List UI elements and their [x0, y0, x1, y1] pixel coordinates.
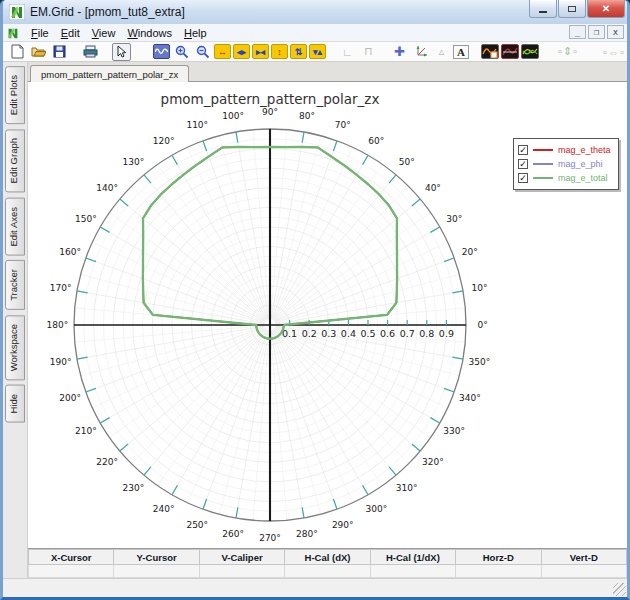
readout-col-y-cursor: Y-Cursor	[114, 550, 199, 565]
plot-select-button[interactable]	[153, 44, 170, 59]
svg-text:190°: 190°	[50, 357, 72, 367]
readout-cell	[199, 565, 284, 578]
fit-vertical-button[interactable]: ▫⇕▫	[551, 43, 585, 61]
corner-tool-button[interactable]: ∟	[338, 43, 357, 61]
sidebar-tab-edit-axes[interactable]: Edit Axes	[5, 198, 25, 256]
text-annotation-button[interactable]: A	[453, 45, 469, 59]
resize-grip[interactable]	[613, 583, 626, 596]
svg-text:70°: 70°	[335, 120, 351, 130]
pointer-tool-button[interactable]	[112, 43, 131, 61]
svg-text:330°: 330°	[443, 426, 465, 436]
arrows-horizontal-out-button[interactable]: ◂▸	[233, 44, 250, 59]
legend-swatch	[533, 177, 553, 179]
legend-checkbox-mag_e_total[interactable]: ✓	[518, 173, 528, 183]
v-out-icon: ⇅	[295, 47, 303, 57]
multi-wave-icon	[522, 45, 538, 58]
expand-horizontal-button[interactable]: ↔	[214, 44, 231, 59]
svg-text:50°: 50°	[399, 157, 415, 167]
axes-tool-button[interactable]	[411, 43, 430, 61]
readout-cell	[370, 565, 455, 578]
sidebar-tab-edit-graph[interactable]: Edit Graph	[5, 129, 25, 192]
open-button[interactable]	[29, 43, 48, 61]
save-button[interactable]	[50, 43, 69, 61]
mdi-minimize-button[interactable]: _	[569, 25, 586, 39]
add-marker-button[interactable]: ✚	[390, 43, 409, 61]
plot-region: 0.10.20.30.40.50.60.70.80.90°10°20°30°40…	[28, 82, 627, 548]
box-icon: ⊓	[364, 45, 373, 58]
letter-a-icon: A	[457, 46, 465, 58]
svg-text:0.5: 0.5	[360, 328, 375, 339]
new-document-button[interactable]	[8, 43, 27, 61]
legend-label: mag_e_theta	[558, 145, 611, 155]
readout-table: X-CursorY-CursorV-CaliperH-Cal (dX)H-Cal…	[28, 549, 627, 578]
plot-thumbnail-red-button[interactable]	[501, 44, 519, 59]
arrows-vertical-out-button[interactable]: ⇅	[290, 44, 307, 59]
legend-item-mag_e_theta: ✓mag_e_theta	[518, 143, 614, 157]
menu-file[interactable]: File	[25, 26, 55, 40]
svg-text:0.9: 0.9	[439, 328, 454, 339]
zoom-out-button[interactable]	[193, 43, 212, 61]
print-button[interactable]	[81, 43, 100, 61]
legend-checkbox-mag_e_phi[interactable]: ✓	[518, 159, 528, 169]
svg-text:260°: 260°	[222, 529, 244, 539]
mdi-close-button[interactable]: x	[607, 25, 624, 39]
expand-vertical-button[interactable]: ↕	[271, 44, 288, 59]
arrows-horizontal-in-button[interactable]: ▸◂	[252, 44, 269, 59]
legend-checkbox-mag_e_theta[interactable]: ✓	[518, 145, 528, 155]
svg-text:180°: 180°	[46, 320, 68, 330]
svg-text:200°: 200°	[59, 393, 81, 403]
svg-text:240°: 240°	[153, 504, 175, 514]
legend-swatch	[533, 163, 553, 165]
fit-horizontal-button[interactable]: ▫⇔▫	[597, 43, 627, 61]
svg-text:110°: 110°	[186, 120, 208, 130]
tab-strip: pmom_pattern_pattern_polar_zx	[28, 62, 627, 82]
svg-text:90°: 90°	[262, 107, 278, 117]
svg-text:170°: 170°	[50, 283, 72, 293]
main-panel: pmom_pattern_pattern_polar_zx 0.10.20.30…	[28, 62, 627, 578]
svg-text:130°: 130°	[122, 157, 144, 167]
readout-header-row: X-CursorY-CursorV-CaliperH-Cal (dX)H-Cal…	[29, 550, 627, 565]
svg-text:0°: 0°	[478, 320, 488, 330]
legend-item-mag_e_total: ✓mag_e_total	[518, 171, 614, 185]
plot-thumbnail-orange-button[interactable]	[481, 44, 499, 59]
box-tool-button[interactable]: ⊓	[359, 43, 378, 61]
v-expand-icon: ↕	[277, 47, 282, 57]
sidebar-tab-workspace[interactable]: Workspace	[5, 315, 25, 380]
minimize-button[interactable]	[529, 0, 557, 18]
maximize-icon	[568, 6, 576, 12]
svg-text:320°: 320°	[422, 457, 444, 467]
legend-item-mag_e_phi: ✓mag_e_phi	[518, 157, 614, 171]
menu-help[interactable]: Help	[178, 26, 213, 40]
svg-text:80°: 80°	[299, 111, 315, 121]
mdi-restore-button[interactable]: ❐	[588, 25, 605, 39]
readout-cell	[456, 565, 541, 578]
readout-cell	[541, 565, 626, 578]
status-text	[3, 584, 9, 595]
title-bar[interactable]: EM.Grid - [pmom_tut8_extra] ✕	[3, 0, 627, 24]
svg-text:350°: 350°	[469, 357, 491, 367]
arrows-vertical-in-button[interactable]: ▾▴	[309, 44, 326, 59]
svg-text:30°: 30°	[446, 214, 462, 224]
svg-text:0.7: 0.7	[400, 328, 415, 339]
maximize-button[interactable]	[558, 0, 586, 18]
tab-active[interactable]: pmom_pattern_pattern_polar_zx	[30, 65, 189, 82]
svg-text:300°: 300°	[365, 504, 387, 514]
menu-edit[interactable]: Edit	[55, 26, 86, 40]
plot-thumbnail-multi-button[interactable]	[521, 44, 539, 59]
svg-text:10°: 10°	[471, 283, 487, 293]
zoom-in-button[interactable]	[172, 43, 191, 61]
app-logo-icon	[9, 4, 25, 20]
sidebar-tab-hide[interactable]: Hide	[5, 385, 25, 423]
menu-view[interactable]: View	[86, 26, 122, 40]
svg-text:0.8: 0.8	[419, 328, 434, 339]
corner-icon: ∟	[342, 46, 353, 58]
sidebar-tab-tracker[interactable]: Tracker	[5, 260, 25, 310]
svg-text:120°: 120°	[153, 136, 175, 146]
close-button[interactable]: ✕	[587, 0, 625, 18]
svg-text:230°: 230°	[122, 483, 144, 493]
readout-col-vert-d: Vert-D	[541, 550, 626, 565]
menu-windows[interactable]: Windows	[121, 26, 178, 40]
triangle-marker-button[interactable]: ▵	[432, 43, 451, 61]
sidebar-tab-edit-plots[interactable]: Edit Plots	[5, 66, 25, 124]
readout-col-x-cursor: X-Cursor	[29, 550, 114, 565]
